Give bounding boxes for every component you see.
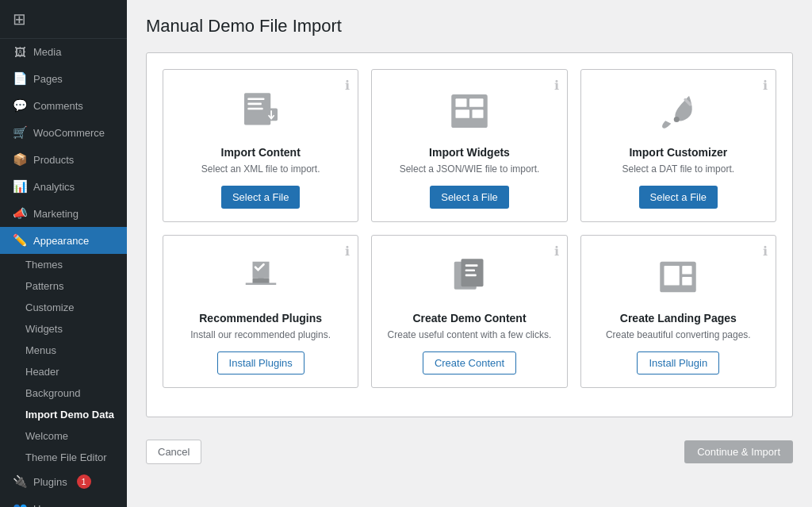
info-icon-import-content[interactable]: ℹ [345,78,350,93]
sidebar-logo: ⊞ [0,0,127,39]
create-demo-content-icon [444,252,495,302]
submenu-background[interactable]: Background [0,382,127,404]
import-customizer-button[interactable]: Select a File [639,186,718,209]
media-icon: 🖼 [13,45,27,59]
cards-grid: ℹ Import Content Select an XML file to i… [163,69,776,388]
create-demo-content-desc: Create useful content with a few clicks. [388,329,552,340]
svg-rect-7 [455,98,466,107]
submenu-patterns[interactable]: Patterns [0,275,127,297]
import-content-button[interactable]: Select a File [221,186,301,209]
create-landing-pages-title: Create Landing Pages [620,312,737,325]
import-widgets-button[interactable]: Select a File [430,186,509,209]
import-widgets-desc: Select a JSON/WIE file to import. [400,163,540,175]
create-demo-content-title: Create Demo Content [412,312,526,325]
products-icon: 📦 [13,152,27,167]
continue-import-button[interactable]: Continue & Import [684,440,793,463]
sidebar-item-products[interactable]: 📦 Products [0,146,127,173]
svg-point-11 [674,117,680,122]
page-title: Manual Demo File Import [146,16,793,36]
svg-rect-8 [469,98,484,107]
submenu-theme-file-editor[interactable]: Theme File Editor [0,447,127,468]
sidebar-item-media[interactable]: 🖼 Media [0,39,127,65]
plugins-icon: 🔌 [13,474,27,489]
info-icon-recommended-plugins[interactable]: ℹ [345,244,350,259]
create-landing-pages-icon [653,252,703,302]
appearance-icon: ✏️ [13,233,27,248]
import-widgets-icon [444,86,495,136]
comments-icon: 💬 [13,98,27,113]
cancel-button[interactable]: Cancel [146,440,201,464]
sidebar-item-appearance[interactable]: ✏️ Appearance [0,227,127,254]
create-demo-content-button[interactable]: Create Content [423,351,516,374]
card-recommended-plugins: ℹ Recommended Plugins Install our recomm… [163,235,358,388]
svg-rect-21 [665,266,680,286]
recommended-plugins-button[interactable]: Install Plugins [217,351,304,374]
svg-rect-3 [247,108,262,110]
sidebar-item-plugins[interactable]: 🔌 Plugins 1 [0,468,127,495]
import-widgets-title: Import Widgets [429,146,510,159]
import-customizer-icon [653,86,703,136]
create-landing-pages-desc: Create beautiful converting pages. [606,329,751,340]
submenu-customize[interactable]: Customize [0,297,127,318]
svg-rect-16 [461,259,483,286]
import-content-title: Import Content [221,146,301,159]
recommended-plugins-title: Recommended Plugins [199,312,322,325]
analytics-icon: 📊 [13,179,27,194]
card-import-customizer: ℹ Import Customizer Select a DAT file to… [580,69,776,222]
svg-rect-9 [455,109,469,118]
info-icon-create-demo-content[interactable]: ℹ [554,244,559,259]
recommended-plugins-desc: Install our recommended plugins. [190,329,331,340]
woocommerce-icon: 🛒 [13,125,27,140]
svg-rect-19 [465,275,477,277]
create-landing-pages-button[interactable]: Install Plugin [637,351,719,374]
svg-rect-10 [472,109,483,118]
import-customizer-desc: Select a DAT file to import. [622,163,735,175]
submenu-welcome[interactable]: Welcome [0,425,127,447]
svg-rect-1 [247,98,264,100]
submenu-widgets[interactable]: Widgets [0,318,127,340]
sidebar: ⊞ 🖼 Media 📄 Pages 💬 Comments 🛒 WooCommer… [0,0,127,507]
recommended-plugins-icon [236,252,286,302]
svg-rect-17 [465,264,478,267]
sidebar-item-woocommerce[interactable]: 🛒 WooCommerce [0,119,127,146]
svg-rect-18 [465,269,475,271]
card-import-content: ℹ Import Content Select an XML file to i… [163,69,358,222]
submenu-import-demo-data[interactable]: Import Demo Data [0,404,127,425]
card-create-landing-pages: ℹ Create Landing Pages Create beautiful … [580,235,776,388]
import-content-icon [236,86,286,136]
card-import-widgets: ℹ Import Widgets Select a JSON/WIE file … [371,69,567,222]
sidebar-item-analytics[interactable]: 📊 Analytics [0,173,127,200]
submenu-header[interactable]: Header [0,361,127,382]
submenu-menus[interactable]: Menus [0,340,127,361]
info-icon-import-widgets[interactable]: ℹ [554,78,559,93]
import-customizer-title: Import Customizer [629,146,727,159]
import-panel: ℹ Import Content Select an XML file to i… [146,52,793,417]
sidebar-item-comments[interactable]: 💬 Comments [0,92,127,119]
plugins-badge: 1 [77,474,91,489]
info-icon-create-landing-pages[interactable]: ℹ [763,244,768,259]
sidebar-item-pages[interactable]: 📄 Pages [0,65,127,92]
marketing-icon: 📣 [13,206,27,221]
footer-actions: Cancel Continue & Import [146,430,793,467]
import-content-desc: Select an XML file to import. [201,163,320,175]
card-create-demo-content: ℹ Create Demo Content Create useful cont… [371,235,567,388]
svg-rect-23 [683,277,692,286]
users-icon: 👥 [13,501,27,507]
main-content: Manual Demo File Import ℹ Imp [127,0,812,507]
sidebar-item-marketing[interactable]: 📣 Marketing [0,200,127,227]
svg-rect-22 [683,266,692,275]
svg-rect-2 [247,103,262,106]
pages-icon: 📄 [13,71,27,86]
info-icon-import-customizer[interactable]: ℹ [763,78,768,93]
sidebar-item-users[interactable]: 👥 Users [0,495,127,507]
submenu-themes[interactable]: Themes [0,254,127,275]
appearance-submenu: Themes Patterns Customize Widgets Menus … [0,254,127,468]
